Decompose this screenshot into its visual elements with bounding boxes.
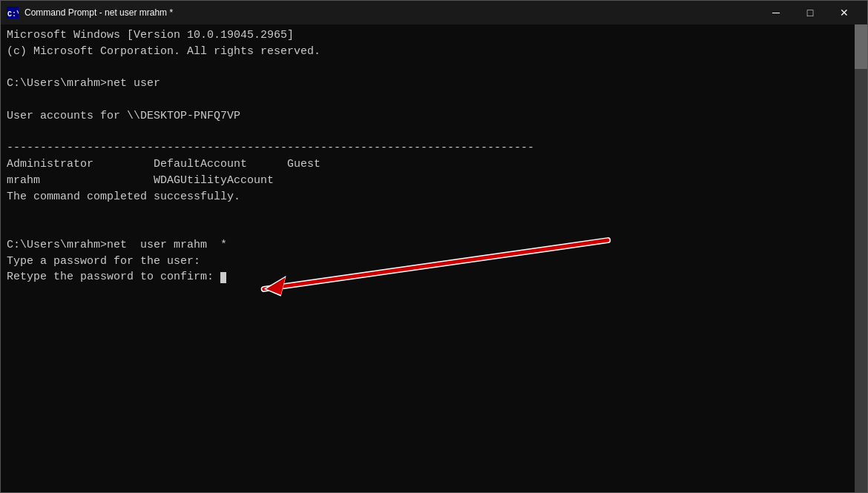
cursor-blink xyxy=(220,272,226,283)
maximize-button[interactable]: □ xyxy=(793,1,827,24)
accounts-row2: mrahm WDAGUtilityAccount xyxy=(7,174,274,187)
terminal-output[interactable]: Microsoft Windows [Version 10.0.19045.29… xyxy=(1,24,855,492)
terminal-text: Microsoft Windows [Version 10.0.19045.29… xyxy=(7,27,849,285)
window-controls: ─ □ ✕ xyxy=(759,1,861,24)
accounts-row1: Administrator DefaultAccount Guest xyxy=(7,158,320,171)
cmd-icon: C:\ xyxy=(7,7,19,19)
window-title: Command Prompt - net user mrahm * xyxy=(24,7,759,18)
close-button[interactable]: ✕ xyxy=(827,1,861,24)
svg-text:C:\: C:\ xyxy=(7,10,19,19)
content-area: Microsoft Windows [Version 10.0.19045.29… xyxy=(1,24,867,492)
minimize-button[interactable]: ─ xyxy=(759,1,793,24)
scrollbar[interactable] xyxy=(855,24,867,492)
cmd-window: C:\ Command Prompt - net user mrahm * ─ … xyxy=(0,0,868,493)
title-bar: C:\ Command Prompt - net user mrahm * ─ … xyxy=(1,1,867,24)
scrollbar-thumb[interactable] xyxy=(855,24,867,69)
